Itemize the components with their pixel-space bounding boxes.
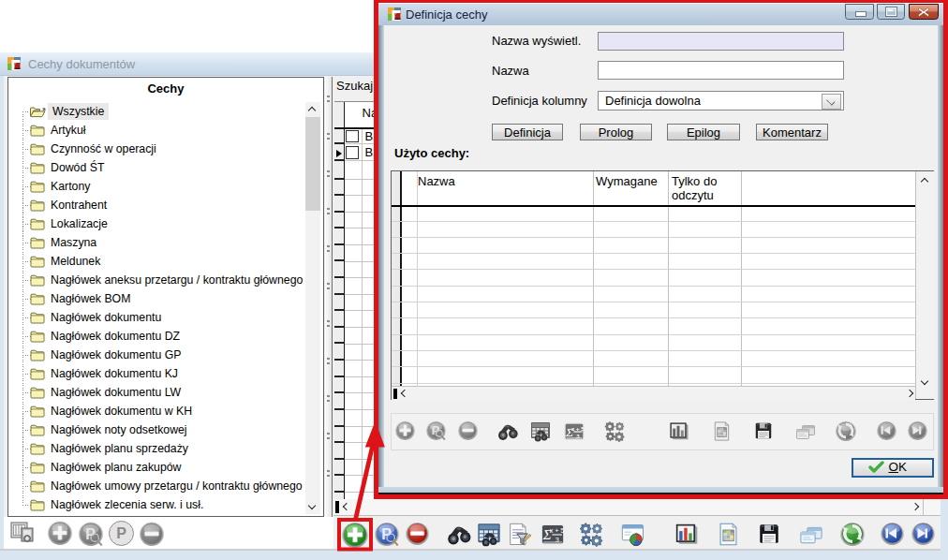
- svg-text:x + 5: x + 5: [550, 526, 565, 535]
- svg-text:P: P: [116, 525, 126, 541]
